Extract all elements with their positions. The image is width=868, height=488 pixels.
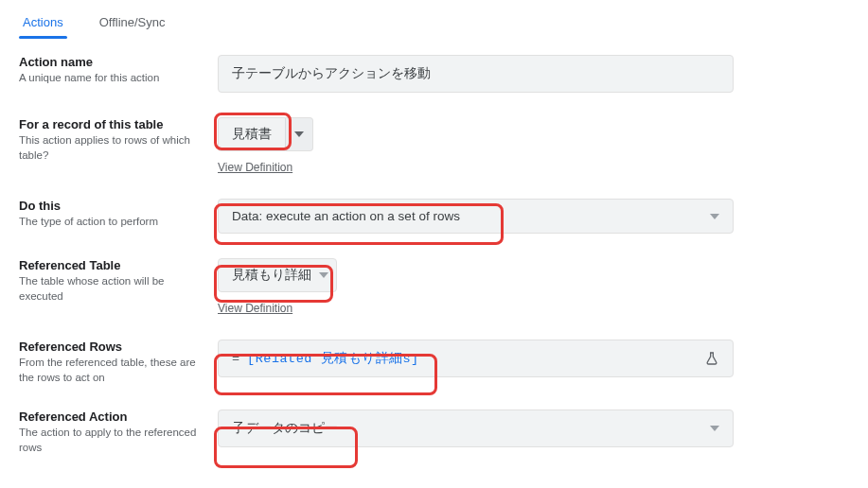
action-name-input[interactable]: 子テーブルからアクションを移動 bbox=[218, 55, 734, 93]
row-action-name: Action name A unique name for this actio… bbox=[19, 55, 849, 93]
for-record-desc: This action applies to rows of which tab… bbox=[19, 133, 208, 163]
row-do-this: Do this The type of action to perform Da… bbox=[19, 199, 849, 234]
for-record-caret[interactable] bbox=[285, 117, 313, 151]
do-this-label: Do this bbox=[19, 199, 208, 213]
chevron-down-icon bbox=[710, 426, 719, 431]
ref-table-desc: The table whose action will be executed bbox=[19, 274, 208, 304]
for-record-view-definition-link[interactable]: View Definition bbox=[218, 161, 292, 174]
chevron-down-icon bbox=[319, 272, 328, 278]
ref-action-value: 子データのコピー bbox=[232, 420, 338, 437]
row-referenced-table: Referenced Table The table whose action … bbox=[19, 258, 849, 315]
for-record-select[interactable]: 見積書 bbox=[218, 117, 285, 151]
ref-table-label: Referenced Table bbox=[19, 258, 208, 272]
chevron-down-icon bbox=[710, 214, 719, 219]
ref-table-select[interactable]: 見積もり詳細 bbox=[218, 258, 337, 292]
row-for-record: For a record of this table This action a… bbox=[19, 117, 849, 174]
do-this-caret bbox=[710, 214, 719, 219]
flask-icon[interactable] bbox=[704, 351, 719, 366]
do-this-desc: The type of action to perform bbox=[19, 215, 208, 230]
tabs: Actions Offline/Sync bbox=[19, 0, 849, 38]
tab-offline-sync[interactable]: Offline/Sync bbox=[96, 9, 169, 37]
flask-icon-svg bbox=[704, 351, 719, 366]
row-referenced-rows: Referenced Rows From the referenced tabl… bbox=[19, 340, 849, 385]
ref-table-value: 見積もり詳細 bbox=[232, 267, 311, 284]
ref-table-view-definition-link[interactable]: View Definition bbox=[218, 302, 292, 315]
ref-action-desc: The action to apply to the referenced ro… bbox=[19, 426, 208, 455]
ref-rows-expression: [Related 見積もり詳細s] bbox=[247, 350, 704, 367]
ref-action-caret bbox=[710, 426, 719, 431]
ref-action-label: Referenced Action bbox=[19, 410, 208, 424]
equals-icon: = bbox=[232, 352, 239, 366]
row-referenced-action: Referenced Action The action to apply to… bbox=[19, 410, 849, 455]
tab-actions[interactable]: Actions bbox=[19, 9, 67, 37]
ref-rows-expression-input[interactable]: = [Related 見積もり詳細s] bbox=[218, 340, 734, 377]
chevron-down-icon bbox=[294, 131, 304, 137]
ref-action-select[interactable]: 子データのコピー bbox=[218, 410, 734, 447]
do-this-select[interactable]: Data: execute an action on a set of rows bbox=[218, 199, 734, 234]
for-record-label: For a record of this table bbox=[19, 117, 208, 131]
ref-rows-label: Referenced Rows bbox=[19, 340, 208, 354]
do-this-value: Data: execute an action on a set of rows bbox=[232, 209, 460, 223]
action-name-desc: A unique name for this action bbox=[19, 71, 208, 86]
ref-rows-desc: From the referenced table, these are the… bbox=[19, 356, 208, 385]
action-name-label: Action name bbox=[19, 55, 208, 69]
